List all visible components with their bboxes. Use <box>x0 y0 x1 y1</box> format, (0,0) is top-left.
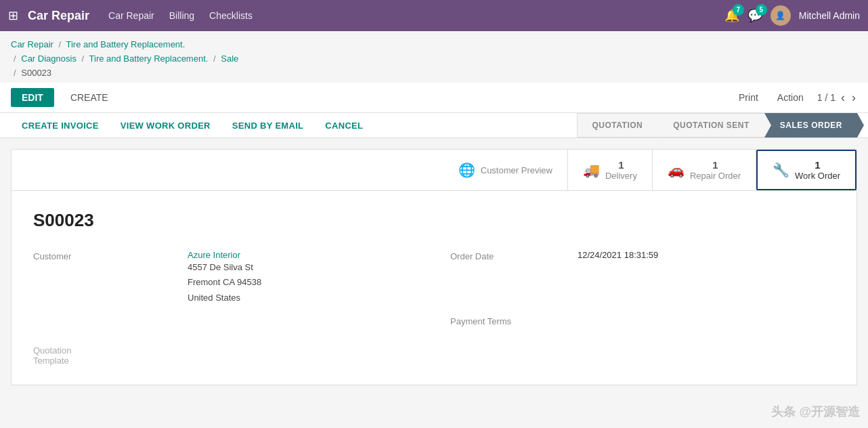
delivery-count: 1 <box>605 159 637 171</box>
nav-car-repair[interactable]: Car Repair <box>108 10 154 21</box>
breadcrumb: Car Repair / Tire and Battery Replacemen… <box>0 31 868 83</box>
status-pipeline: QUOTATION QUOTATION SENT SALES ORDER <box>577 113 857 137</box>
pipeline-quotation[interactable]: QUOTATION <box>577 113 658 137</box>
activity-badge-btn[interactable]: 🔔 7 <box>724 8 739 23</box>
nav-checklists[interactable]: Checklists <box>209 10 253 21</box>
nav-links: Car Repair Billing Checklists <box>108 10 253 21</box>
view-work-order-button[interactable]: VIEW WORK ORDER <box>110 114 221 137</box>
work-order-label: Work Order <box>795 171 840 181</box>
create-invoice-button[interactable]: CREATE INVOICE <box>11 114 110 137</box>
app-title: Car Repair <box>28 9 89 23</box>
repair-order-label: Repair Order <box>690 171 741 181</box>
document-id: S00023 <box>33 210 835 231</box>
next-button[interactable]: › <box>850 91 857 104</box>
customer-preview-button[interactable]: 🌐 Customer Preview <box>443 150 568 190</box>
user-name: Mitchell Admin <box>799 10 860 21</box>
breadcrumb-tire-battery[interactable]: Tire and Battery Replacement. <box>66 39 186 49</box>
work-order-count: 1 <box>795 159 840 171</box>
pipeline-sales-order[interactable]: SALES ORDER <box>764 113 857 137</box>
repair-icon: 🚗 <box>668 162 685 178</box>
toolbar: EDIT CREATE Print Action 1 / 1 ‹ › <box>0 83 868 113</box>
wrench-icon: 🔧 <box>773 162 789 178</box>
action-bar: CREATE INVOICE VIEW WORK ORDER SEND BY E… <box>0 113 868 138</box>
quotation-template-label: QuotationTemplate <box>33 345 835 366</box>
work-order-button[interactable]: 🔧 1 Work Order <box>756 150 856 190</box>
create-button[interactable]: CREATE <box>62 88 116 107</box>
cancel-button[interactable]: CANCEL <box>314 114 374 137</box>
breadcrumb-sale[interactable]: Sale <box>221 53 238 64</box>
main-content: 🌐 Customer Preview 🚚 1 Delivery 🚗 1 Repa… <box>0 138 868 395</box>
breadcrumb-car-diagnosis[interactable]: Car Diagnosis <box>21 53 77 64</box>
customer-label: Customer <box>33 250 182 305</box>
nav-right: 🔔 7 💬 5 👤 Mitchell Admin <box>724 5 860 26</box>
send-by-email-button[interactable]: SEND BY EMAIL <box>221 114 315 137</box>
user-avatar: 👤 <box>771 5 791 26</box>
payment-terms-value <box>578 315 835 326</box>
pager-text: 1 / 1 <box>817 92 836 103</box>
delivery-label: Delivery <box>605 171 637 181</box>
grid-icon[interactable]: ⊞ <box>8 8 18 23</box>
chat-badge-btn[interactable]: 💬 5 <box>747 8 762 23</box>
top-nav: ⊞ Car Repair Car Repair Billing Checklis… <box>0 0 868 31</box>
payment-terms-label: Payment Terms <box>450 315 572 326</box>
repair-order-count: 1 <box>690 159 741 171</box>
pager: 1 / 1 ‹ › <box>817 91 857 104</box>
globe-icon: 🌐 <box>458 162 475 178</box>
customer-address: 4557 De Silva St Fremont CA 94538 United… <box>188 260 445 305</box>
smart-buttons: 🌐 Customer Preview 🚚 1 Delivery 🚗 1 Repa… <box>11 149 857 190</box>
delivery-button[interactable]: 🚚 1 Delivery <box>568 150 653 190</box>
nav-billing[interactable]: Billing <box>169 10 194 21</box>
order-date-value: 12/24/2021 18:31:59 <box>578 250 835 305</box>
breadcrumb-id: S00023 <box>21 68 51 78</box>
breadcrumb-car-repair[interactable]: Car Repair <box>11 39 53 49</box>
customer-preview-label: Customer Preview <box>481 165 552 175</box>
prev-button[interactable]: ‹ <box>840 91 846 104</box>
action-button[interactable]: Action <box>772 89 809 106</box>
document-fields: Customer Azure Interior 4557 De Silva St… <box>33 250 835 326</box>
edit-button[interactable]: EDIT <box>11 88 54 107</box>
customer-value: Azure Interior 4557 De Silva St Fremont … <box>188 250 445 305</box>
document-card: S00023 Customer Azure Interior 4557 De S… <box>11 190 857 385</box>
pipeline-quotation-sent[interactable]: QUOTATION SENT <box>657 113 764 137</box>
order-date-label: Order Date <box>450 250 572 305</box>
delivery-icon: 🚚 <box>583 162 600 178</box>
print-button[interactable]: Print <box>733 89 764 106</box>
activity-badge: 7 <box>733 4 744 16</box>
repair-order-button[interactable]: 🚗 1 Repair Order <box>653 150 756 190</box>
customer-name[interactable]: Azure Interior <box>188 250 445 260</box>
chat-badge: 5 <box>756 4 767 16</box>
breadcrumb-tire-battery2[interactable]: Tire and Battery Replacement. <box>89 53 209 64</box>
